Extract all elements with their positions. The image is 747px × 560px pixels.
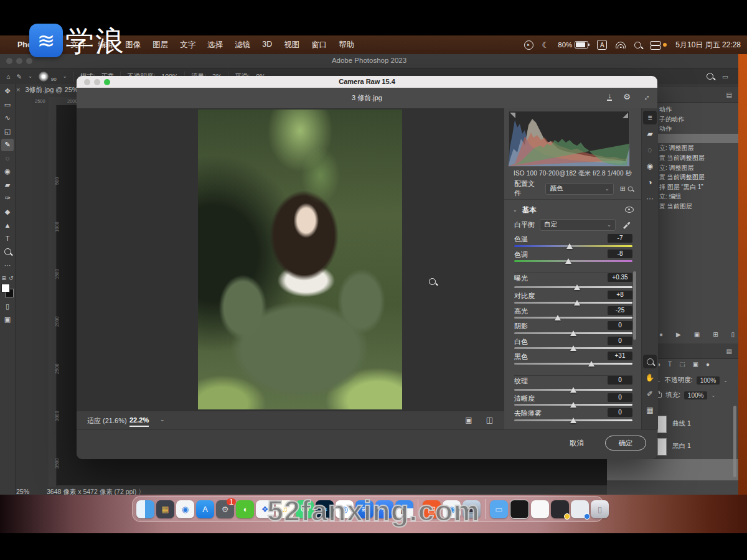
delete-action-button[interactable]: ▯ bbox=[731, 331, 735, 338]
slider-thumb[interactable] bbox=[588, 361, 594, 366]
new-action-set-button[interactable]: ▣ bbox=[694, 331, 700, 338]
zoom-current[interactable]: 22.2% bbox=[129, 416, 149, 427]
ps-search-icon[interactable] bbox=[707, 73, 713, 80]
filter-smart-icon[interactable]: ▣ bbox=[693, 361, 698, 368]
basic-panel-title[interactable]: 基本 bbox=[522, 205, 537, 215]
tool-preset-icon[interactable]: ✎ bbox=[16, 73, 22, 80]
healing-tool[interactable]: ◌ bbox=[1, 152, 14, 164]
wifi-icon[interactable] bbox=[616, 42, 626, 49]
hand-tool-icon[interactable]: ✋ bbox=[643, 371, 657, 385]
slider-track[interactable] bbox=[514, 332, 632, 334]
fill-value[interactable]: 100% bbox=[684, 391, 708, 399]
slider-thumb[interactable] bbox=[565, 258, 571, 264]
foreground-color[interactable] bbox=[1, 284, 10, 292]
layer-mask-thumbnail[interactable] bbox=[657, 438, 667, 455]
menu-item-视图[interactable]: 视图 bbox=[284, 40, 299, 50]
slider-thumb[interactable] bbox=[574, 284, 580, 290]
tab-close-icon[interactable]: × bbox=[16, 86, 20, 93]
panel-menu-icon[interactable]: ▤ bbox=[726, 348, 732, 355]
menu-item-文字[interactable]: 文字 bbox=[180, 40, 195, 50]
acr-preview-area[interactable] bbox=[77, 108, 504, 411]
type-tool[interactable]: T bbox=[1, 232, 14, 245]
menu-item-3D[interactable]: 3D bbox=[262, 40, 272, 50]
control-center-icon[interactable] bbox=[650, 41, 660, 49]
histogram[interactable] bbox=[508, 111, 630, 167]
ok-button[interactable]: 确定 bbox=[605, 436, 646, 450]
brush-tool[interactable]: ✎ bbox=[1, 139, 14, 151]
menu-item-窗口[interactable]: 窗口 bbox=[311, 40, 327, 50]
layers-scrollbar[interactable] bbox=[733, 406, 736, 477]
clone-stamp-tool[interactable]: ◉ bbox=[1, 166, 14, 178]
slider-track[interactable] bbox=[514, 347, 632, 349]
quick-mask-icon[interactable]: ▯ bbox=[1, 300, 14, 312]
blur-tool[interactable]: ◆ bbox=[1, 205, 14, 218]
menu-clock[interactable]: 5月10日 周五 22:28 bbox=[675, 40, 741, 50]
zoom-tool[interactable] bbox=[1, 246, 14, 258]
record-action-button[interactable]: ● bbox=[659, 331, 663, 338]
more-icon[interactable]: ··· bbox=[643, 192, 657, 205]
slider-track[interactable] bbox=[514, 404, 632, 406]
red-eye-icon[interactable]: ◉ bbox=[643, 159, 657, 173]
rotate-view-icon[interactable]: ↺ bbox=[9, 275, 14, 281]
screen-record-icon[interactable]: ▸ bbox=[524, 40, 533, 50]
more-tools[interactable]: ··· bbox=[1, 259, 14, 271]
new-action-button[interactable]: ⊞ bbox=[713, 331, 718, 338]
play-action-button[interactable]: ▶ bbox=[676, 331, 681, 338]
cancel-button[interactable]: 取消 bbox=[570, 439, 584, 448]
slider-thumb[interactable] bbox=[570, 330, 576, 336]
slider-thumb[interactable] bbox=[570, 387, 576, 393]
marquee-tool[interactable]: ▭ bbox=[1, 98, 14, 111]
wb-select[interactable]: 自定⌄ bbox=[540, 219, 616, 231]
brush-preview-icon[interactable] bbox=[39, 72, 49, 82]
slider-track[interactable] bbox=[514, 419, 632, 421]
presets-icon[interactable]: ◑ bbox=[643, 175, 657, 189]
crop-tool[interactable]: ◱ bbox=[1, 125, 14, 138]
slider-track[interactable] bbox=[514, 317, 632, 319]
slider-thumb[interactable] bbox=[570, 402, 576, 408]
slider-value[interactable]: -8 bbox=[608, 250, 632, 258]
filter-type-icon[interactable]: T bbox=[668, 361, 672, 368]
slider-thumb[interactable] bbox=[570, 418, 576, 423]
sampler-tool-icon[interactable]: ✐ bbox=[643, 387, 657, 401]
slider-thumb[interactable] bbox=[570, 345, 576, 351]
profile-browser-icon[interactable]: ⊞ bbox=[620, 185, 634, 193]
slider-value[interactable]: 0 bbox=[608, 408, 632, 417]
filter-shape-icon[interactable]: ⬚ bbox=[679, 361, 685, 368]
opacity-value[interactable]: 100% bbox=[697, 376, 720, 385]
menu-item-滤镜[interactable]: 滤镜 bbox=[235, 40, 250, 50]
slider-thumb[interactable] bbox=[566, 243, 573, 249]
menu-item-图层[interactable]: 图层 bbox=[153, 40, 168, 50]
slider-value[interactable]: 0 bbox=[608, 376, 632, 385]
menu-item-图像[interactable]: 图像 bbox=[125, 40, 141, 50]
masking-icon[interactable]: ◌ bbox=[643, 143, 657, 157]
slider-value[interactable]: +8 bbox=[608, 291, 632, 299]
slider-track[interactable] bbox=[514, 389, 632, 391]
save-image-icon[interactable]: ↓ bbox=[607, 93, 612, 101]
zoom-fit-label[interactable]: 适应 (21.6%) bbox=[87, 416, 127, 426]
menu-item-帮助[interactable]: 帮助 bbox=[339, 40, 354, 50]
slider-track[interactable] bbox=[514, 260, 632, 262]
eraser-tool[interactable]: ▰ bbox=[1, 179, 14, 191]
menu-item-选择[interactable]: 选择 bbox=[207, 40, 223, 50]
zoom-tool-icon[interactable] bbox=[643, 355, 657, 368]
healing-icon[interactable]: ▰ bbox=[643, 127, 657, 141]
slider-track[interactable] bbox=[514, 286, 632, 288]
slider-track[interactable] bbox=[514, 302, 632, 304]
color-swatches[interactable] bbox=[1, 284, 14, 297]
slider-value[interactable]: 0 bbox=[608, 337, 632, 345]
slider-value[interactable]: +31 bbox=[608, 352, 632, 360]
focus-moon-icon[interactable]: ☾ bbox=[542, 40, 550, 50]
slider-value[interactable]: 0 bbox=[608, 393, 632, 402]
selected-layer-row[interactable] bbox=[607, 459, 738, 480]
spotlight-icon[interactable] bbox=[634, 42, 641, 49]
collapse-chevron-icon[interactable]: ⌄ bbox=[513, 207, 517, 213]
panel-menu-icon[interactable]: ▤ bbox=[726, 91, 732, 98]
slider-value[interactable]: +0.35 bbox=[608, 273, 632, 282]
input-source-icon[interactable]: A bbox=[597, 40, 607, 50]
grid-tool-icon[interactable]: ▦ bbox=[643, 403, 657, 417]
filter-fill-icon[interactable]: ● bbox=[706, 361, 710, 368]
photo-preview[interactable] bbox=[198, 110, 402, 409]
profile-select[interactable]: 颜色⌄ bbox=[545, 183, 613, 195]
before-after-icon[interactable]: ◫ bbox=[486, 416, 493, 424]
slider-track[interactable] bbox=[514, 363, 632, 365]
